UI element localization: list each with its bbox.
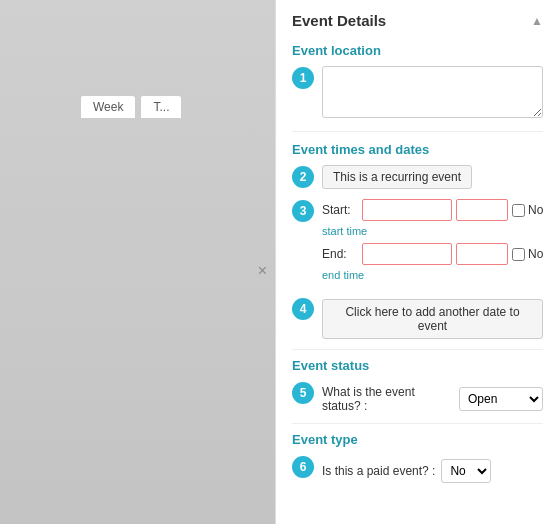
location-section-label: Event location (292, 43, 543, 58)
divider-3 (292, 423, 543, 424)
divider-2 (292, 349, 543, 350)
paid-select[interactable]: No Yes (441, 459, 491, 483)
start-label: Start: (322, 203, 358, 217)
step-4-badge: 4 (292, 298, 314, 320)
collapse-icon[interactable]: ▲ (531, 14, 543, 28)
right-panel: Event Details ▲ Event location 1 Event t… (275, 0, 559, 524)
step-3-badge: 3 (292, 200, 314, 222)
step-2-content: This is a recurring event (322, 165, 543, 189)
step-1-badge: 1 (292, 67, 314, 89)
start-no-label: No (528, 203, 543, 217)
start-hint: start time (322, 225, 543, 237)
status-select[interactable]: Open Closed Cancelled (459, 387, 543, 411)
step-1-content (322, 66, 543, 121)
status-section-label: Event status (292, 358, 543, 373)
panel-title: Event Details (292, 12, 386, 29)
step-4-row: 4 Click here to add another date to even… (292, 297, 543, 339)
step-6-badge: 6 (292, 456, 314, 478)
start-time-input[interactable] (456, 199, 508, 221)
paid-question: Is this a paid event? : (322, 464, 435, 478)
status-question: What is the event status? : (322, 385, 453, 413)
step-5-row: 5 What is the event status? : Open Close… (292, 381, 543, 413)
step-4-content: Click here to add another date to event (322, 297, 543, 339)
tab-area: Week T... (80, 95, 182, 118)
end-no-check: No (512, 247, 543, 261)
paid-row: Is this a paid event? : No Yes (322, 459, 543, 483)
end-label: End: (322, 247, 358, 261)
end-hint: end time (322, 269, 543, 281)
location-input[interactable] (322, 66, 543, 118)
step-1-row: 1 (292, 66, 543, 121)
start-no-check: No (512, 203, 543, 217)
step-3-row: 3 Start: No start time End: No (292, 199, 543, 287)
divider-1 (292, 131, 543, 132)
start-no-checkbox[interactable] (512, 204, 525, 217)
end-time-input[interactable] (456, 243, 508, 265)
end-no-label: No (528, 247, 543, 261)
step-5-badge: 5 (292, 382, 314, 404)
type-section-label: Event type (292, 432, 543, 447)
step-2-badge: 2 (292, 166, 314, 188)
end-time-row: End: No (322, 243, 543, 265)
end-no-checkbox[interactable] (512, 248, 525, 261)
tab-week[interactable]: Week (80, 95, 136, 118)
left-panel: Week T... × (0, 0, 275, 524)
step-5-content: What is the event status? : Open Closed … (322, 381, 543, 413)
add-date-button[interactable]: Click here to add another date to event (322, 299, 543, 339)
step-2-row: 2 This is a recurring event (292, 165, 543, 189)
start-date-input[interactable] (362, 199, 452, 221)
step-6-content: Is this a paid event? : No Yes (322, 455, 543, 483)
close-icon[interactable]: × (258, 262, 267, 280)
tab-t[interactable]: T... (140, 95, 182, 118)
panel-header: Event Details ▲ (292, 12, 543, 29)
background-blur (0, 0, 275, 524)
start-time-row: Start: No (322, 199, 543, 221)
times-section-label: Event times and dates (292, 142, 543, 157)
end-date-input[interactable] (362, 243, 452, 265)
step-6-row: 6 Is this a paid event? : No Yes (292, 455, 543, 483)
step-3-content: Start: No start time End: No end time (322, 199, 543, 287)
status-row: What is the event status? : Open Closed … (322, 385, 543, 413)
recurring-button[interactable]: This is a recurring event (322, 165, 472, 189)
